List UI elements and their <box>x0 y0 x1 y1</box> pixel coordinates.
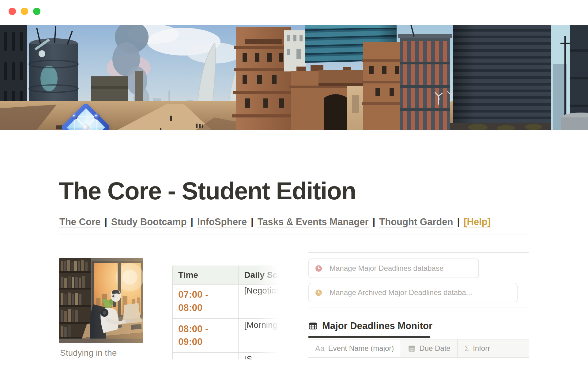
nav-link-infosphere[interactable]: InfoSphere <box>197 217 247 227</box>
button-label: Manage Major Deadlines database <box>330 264 443 273</box>
notion-page: The Core - Student Edition The Core|Stud… <box>0 0 588 368</box>
manage-archived-deadlines-button[interactable]: Manage Archived Major Deadlines databa..… <box>308 283 518 302</box>
nav-separator: | <box>104 217 107 227</box>
right-column-divider <box>308 308 529 308</box>
nav-link-study-bootcamp[interactable]: Study Bootcamp <box>111 217 187 227</box>
view-tab-label: Major Deadlines Monitor <box>322 320 432 332</box>
text-property-icon: Aa <box>315 344 325 353</box>
button-label: Manage Archived Major Deadlines databa..… <box>330 288 472 297</box>
nav-link-the-core[interactable]: The Core <box>59 217 100 227</box>
minimize-window-button[interactable] <box>21 8 28 15</box>
schedule-time-cell[interactable]: 07:00 - 08:00 <box>173 285 239 318</box>
right-column-divider <box>308 252 529 253</box>
nav-separator: | <box>251 217 254 227</box>
manage-major-deadlines-button[interactable]: Manage Major Deadlines database <box>308 259 479 278</box>
nav-separator: | <box>190 217 193 227</box>
nav-separator: | <box>457 217 460 227</box>
schedule-header-activity[interactable]: Daily Sch <box>239 266 280 284</box>
schedule-row: 08:00 - 09:00 [Morning <box>173 319 280 353</box>
zoom-window-button[interactable] <box>33 8 40 15</box>
robot-study-image <box>59 258 143 343</box>
clock-icon <box>315 265 322 272</box>
nav-link-thought-garden[interactable]: Thought Garden <box>379 217 453 227</box>
nav-link-help[interactable]: [Help] <box>464 217 491 227</box>
schedule-row: 07:00 - 08:00 [Negotiat <box>173 285 280 319</box>
section-divider <box>59 235 529 235</box>
nav-link-tasks-events-manager[interactable]: Tasks & Events Manager <box>258 217 369 227</box>
schedule-header-time[interactable]: Time <box>173 266 239 284</box>
deadlines-table-header-row: Aa Event Name (major) Due Date Σ Inforr <box>308 339 529 358</box>
schedule-activity-cell[interactable]: [Morning <box>239 319 280 353</box>
column-header-event-name[interactable]: Aa Event Name (major) <box>308 339 401 357</box>
schedule-activity-cell[interactable]: [S <box>239 353 280 359</box>
breadcrumb-nav: The Core|Study Bootcamp|InfoSphere|Tasks… <box>59 217 491 228</box>
schedule-row: 09:00 - [S <box>173 353 280 359</box>
column-header-information[interactable]: Σ Inforr <box>458 339 529 357</box>
formula-sigma-icon: Σ <box>465 344 469 353</box>
nav-separator: | <box>373 217 375 227</box>
image-caption: Studying in the <box>60 347 143 359</box>
page-content: The Core - Student Edition The Core|Stud… <box>0 130 529 359</box>
active-tab-underline <box>308 336 430 338</box>
window-titlebar <box>0 0 588 25</box>
schedule-activity-cell[interactable]: [Negotiat <box>239 285 280 318</box>
page-title: The Core - Student Edition <box>59 177 356 205</box>
column-header-due-date[interactable]: Due Date <box>401 339 458 357</box>
schedule-time-cell[interactable]: 09:00 - <box>173 353 239 359</box>
table-view-icon <box>308 321 318 331</box>
tab-major-deadlines-monitor[interactable]: Major Deadlines Monitor <box>308 320 432 332</box>
calendar-icon <box>408 345 416 352</box>
schedule-time-cell[interactable]: 08:00 - 09:00 <box>173 319 239 353</box>
daily-schedule-table: Time Daily Sch 07:00 - 08:00 [Negotiat 0… <box>172 266 280 359</box>
close-window-button[interactable] <box>9 8 16 15</box>
schedule-header-row: Time Daily Sch <box>173 266 280 285</box>
clock-icon <box>315 289 322 296</box>
